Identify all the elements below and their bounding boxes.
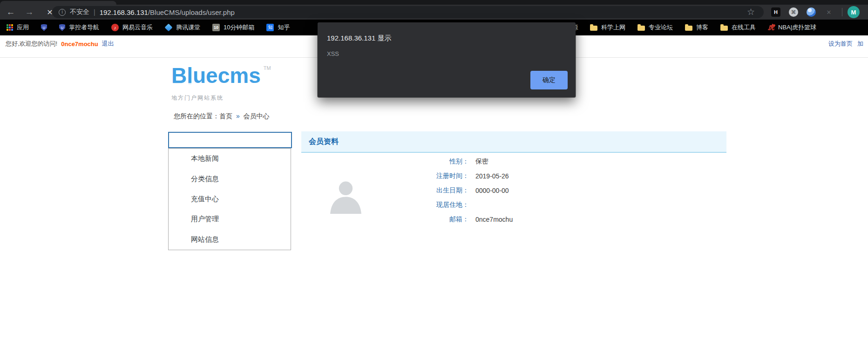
profile-value: 0000-00-00: [475, 187, 509, 194]
bookmark-label: 腾讯课堂: [176, 23, 200, 32]
breadcrumb-separator: »: [236, 112, 240, 120]
topbar-right-links: 设为首页 加: [828, 40, 863, 48]
shield-icon: U: [41, 24, 47, 31]
bookmark-folder-boke[interactable]: 博客: [685, 23, 708, 32]
bookmark-label: 在线工具: [732, 23, 756, 32]
alert-message: XSS: [327, 50, 566, 57]
toolbar-separator: [842, 8, 842, 16]
bookmark-tencent-classroom[interactable]: 腾讯课堂: [165, 23, 200, 32]
url-host: 192.168.36.131: [100, 8, 148, 16]
extension-h-icon[interactable]: H: [771, 7, 780, 17]
profile-row: 现居住地：: [301, 198, 726, 212]
bookmark-zhihu[interactable]: 知 知乎: [266, 23, 290, 32]
profile-label: 注册时间：: [301, 172, 469, 180]
logo-reflection: Bluecms: [171, 80, 271, 87]
site-logo: Bluecms TM Bluecms 地方门户网站系统: [171, 64, 271, 102]
bookmarks-left-group: 应用 U U 掌控者导航 ♪ 网易云音乐 腾讯课堂 10 10分钟邮箱: [7, 20, 290, 35]
security-label: 不安全: [70, 8, 89, 16]
avatar-placeholder: [327, 178, 365, 214]
sidebar-item-recharge-center[interactable]: 充值中心: [169, 189, 291, 209]
sidebar-top-input[interactable]: [168, 132, 292, 148]
url-path: /BlueCMS/uploads/user.php: [148, 8, 235, 16]
bookmark-folder-kexueshangwang[interactable]: 科学上网: [590, 23, 625, 32]
profile-rows: 性别： 保密 注册时间： 2019-05-26 出生日期： 0000-00-00…: [301, 154, 726, 226]
url-divider: |: [94, 8, 95, 16]
shield-icon: U: [59, 24, 65, 31]
profile-value: 2019-05-26: [475, 172, 509, 180]
page-info-icon[interactable]: i: [59, 9, 66, 16]
profile-value: 保密: [475, 157, 488, 166]
profile-row: 注册时间： 2019-05-26: [301, 169, 726, 183]
folder-icon: [590, 26, 597, 31]
profile-row: 出生日期： 0000-00-00: [301, 183, 726, 198]
alert-title: 192.168.36.131 显示: [327, 34, 566, 42]
back-icon[interactable]: ←: [4, 5, 18, 20]
profile-label: 邮箱：: [301, 215, 469, 224]
screen: ← → ✕ i 不安全 | 192.168.36.131 /BlueCMS/up…: [0, 0, 868, 348]
browser-toolbar: ← → ✕ i 不安全 | 192.168.36.131 /BlueCMS/up…: [0, 5, 868, 20]
username-text: 0nce7mochu: [61, 41, 98, 48]
person-silhouette-icon: [327, 178, 365, 214]
bookmark-netease-music[interactable]: ♪ 网易云音乐: [111, 23, 153, 32]
apps-grid-icon: [7, 24, 13, 31]
breadcrumb-home-link[interactable]: 首页: [219, 112, 232, 120]
bookmark-star-icon[interactable]: ☆: [747, 7, 755, 17]
bookmark-label: NBA|虎扑篮球: [778, 23, 816, 32]
bookmark-label: 10分钟邮箱: [224, 23, 254, 32]
music-note-icon: ♪: [111, 24, 119, 31]
bookmarks-right-group: 源 科学上网 专业论坛 博客 在线工具 虎 NBA|虎扑篮球: [572, 20, 816, 35]
bookmark-label: 知乎: [278, 23, 290, 32]
profile-panel-title: 会员资料: [309, 137, 339, 147]
bookmark-10min-mail[interactable]: 10 10分钟邮箱: [212, 23, 254, 32]
profile-row: 性别： 保密: [301, 154, 726, 169]
zhihu-icon: 知: [266, 24, 274, 31]
bookmark-hupu[interactable]: 虎 NBA|虎扑篮球: [768, 23, 816, 32]
profile-row: 邮箱： 0nce7mochu: [301, 212, 726, 226]
extension-globe-icon[interactable]: [807, 7, 816, 17]
welcome-text: 您好,欢迎您的访问!: [6, 40, 57, 48]
sidebar-item-local-news[interactable]: 本地新闻: [169, 149, 291, 169]
bookmark-label: 应用: [17, 23, 29, 32]
bookmark-label: 掌控者导航: [69, 23, 99, 32]
folder-icon: [720, 26, 728, 31]
js-alert-dialog: 192.168.36.131 显示 XSS 确定: [318, 22, 576, 97]
bookmark-shield[interactable]: U: [41, 24, 47, 31]
bookmark-label: 博客: [696, 23, 708, 32]
bookmark-apps[interactable]: 应用: [7, 23, 29, 32]
breadcrumb-current: 会员中心: [244, 112, 270, 120]
bookmark-label: 网易云音乐: [122, 23, 153, 32]
gem-icon: [165, 24, 173, 32]
profile-panel-header: 会员资料: [301, 131, 726, 153]
hupu-tiger-icon: 虎: [768, 23, 774, 32]
browser-profile-avatar[interactable]: M: [848, 6, 860, 18]
forward-icon[interactable]: →: [22, 5, 36, 20]
add-favorite-link[interactable]: 加: [857, 40, 863, 48]
welcome-area: 您好,欢迎您的访问! 0nce7mochu 退出: [6, 40, 114, 48]
active-tab[interactable]: [0, 1, 116, 5]
url-bar[interactable]: i 不安全 | 192.168.36.131 /BlueCMS/uploads/…: [52, 6, 764, 18]
set-homepage-link[interactable]: 设为首页: [828, 40, 853, 48]
profile-value: 0nce7mochu: [475, 216, 513, 223]
bookmark-folder-zhuanyeluntan[interactable]: 专业论坛: [637, 23, 673, 32]
breadcrumb-prefix: 您所在的位置：: [174, 112, 219, 120]
ten-icon: 10: [212, 24, 220, 31]
folder-icon: [685, 26, 692, 31]
logo-tagline: 地方门户网站系统: [171, 94, 271, 102]
sidebar-item-site-info[interactable]: 网站信息: [169, 230, 291, 250]
breadcrumb: 您所在的位置：首页 » 会员中心: [174, 112, 270, 121]
logo-tm-mark: TM: [264, 65, 271, 71]
bookmark-label: 专业论坛: [649, 23, 673, 32]
sidebar-item-classified-info[interactable]: 分类信息: [169, 169, 291, 189]
bookmark-zhangkongzhe[interactable]: U 掌控者导航: [59, 23, 99, 32]
bookmark-label: 科学上网: [601, 23, 625, 32]
bookmark-folder-zaixiangongju[interactable]: 在线工具: [720, 23, 756, 32]
extension-disabled-icon[interactable]: ✕: [824, 7, 834, 17]
profile-label: 性别：: [301, 157, 469, 166]
folder-icon: [637, 26, 645, 31]
extension-command-icon[interactable]: ⌘: [789, 7, 798, 17]
tab-strip: [0, 0, 868, 5]
profile-label: 出生日期：: [301, 186, 469, 195]
alert-ok-button[interactable]: 确定: [530, 71, 568, 89]
sidebar-item-user-management[interactable]: 用户管理: [169, 209, 291, 229]
logout-link[interactable]: 退出: [102, 40, 114, 48]
